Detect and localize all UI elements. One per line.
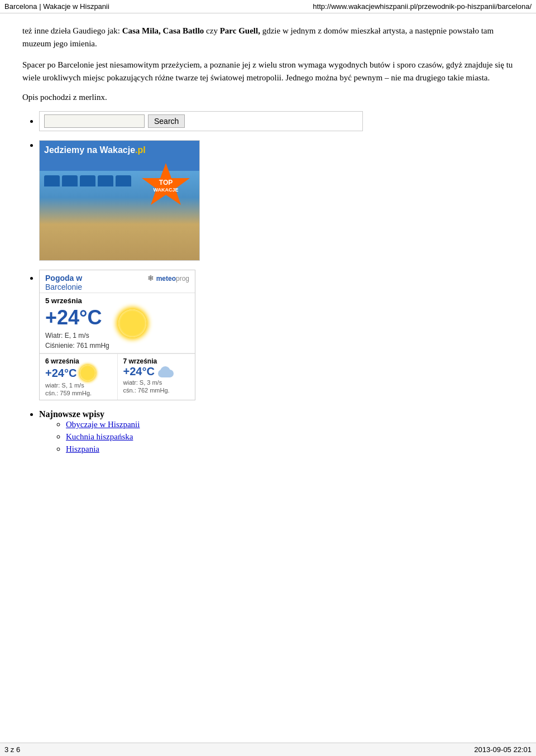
forecast-temp-2: +24°C [123, 365, 155, 378]
list-item-weather: Pogoda w Barcelonie ❄ meteoprog 5 wrześn… [39, 270, 514, 400]
ad-banner[interactable]: Jedziemy na Wakacje.pl TOP WAKACJE [39, 140, 200, 261]
search-input[interactable] [44, 114, 145, 128]
search-button[interactable]: Search [148, 114, 185, 128]
chair [116, 175, 131, 186]
list-item-link-1: Obyczaje w Hiszpanii [66, 419, 514, 429]
sun-icon [118, 309, 146, 337]
weather-header: Pogoda w Barcelonie ❄ meteoprog [40, 270, 195, 293]
forecast-date-1: 6 września [45, 357, 112, 365]
svg-text:TOP: TOP [159, 179, 173, 186]
weather-today-date: 5 września [45, 296, 109, 305]
forecast-sun-icon [80, 365, 95, 381]
list-item-ad: Jedziemy na Wakacje.pl TOP WAKACJE [39, 140, 514, 261]
svg-text:WAKACJE: WAKACJE [153, 187, 178, 193]
forecast-pressure-1: cśn.: 759 mmHg. [45, 390, 112, 396]
search-widget: Search [39, 111, 363, 131]
forecast-day-2: 7 września +24°C wiatr: S, 3 m/s cśn.: 7… [118, 354, 195, 400]
weather-forecast: 6 września +24°C wiatr: S, 1 m/s cśn.: 7… [40, 353, 195, 400]
weather-city: Pogoda w [45, 274, 82, 283]
forecast-pressure-2: cśn.: 762 mmHg. [123, 387, 190, 394]
weather-today: 5 września +24°C Wiatr: E, 1 m/s Ciśnien… [40, 293, 195, 353]
sun-burst-icon: TOP WAKACJE [141, 160, 191, 210]
list-item-search: Search [39, 111, 514, 131]
najnowsze-title: Najnowsze wpisy [39, 409, 104, 419]
main-content: też inne dzieła Gaudiego jak: Casa Mila,… [0, 13, 536, 474]
najnowsze-list: Najnowsze wpisy Obyczaje w Hiszpanii Kuc… [39, 409, 514, 454]
forecast-temp-1: +24°C [45, 367, 76, 380]
top-bar-title: Barcelona | Wakacje w Hiszpanii [4, 2, 109, 11]
forecast-date-2: 7 września [123, 357, 190, 365]
origin-text: Opis pochodzi z merlinx. [22, 93, 514, 102]
najnowsze-list-item: Najnowsze wpisy Obyczaje w Hiszpanii Kuc… [39, 409, 514, 454]
weather-today-pressure: Ciśnienie: 761 mmHg [45, 342, 109, 350]
weather-widget: Pogoda w Barcelonie ❄ meteoprog 5 wrześn… [39, 270, 195, 400]
forecast-day-1: 6 września +24°C wiatr: S, 1 m/s cśn.: 7… [40, 354, 118, 400]
weather-today-info: 5 września +24°C Wiatr: E, 1 m/s Ciśnien… [45, 296, 109, 350]
sun-burst-container: TOP WAKACJE [141, 160, 191, 210]
paragraph-1: też inne dzieła Gaudiego jak: Casa Mila,… [22, 25, 514, 50]
forecast-wind-1: wiatr: S, 1 m/s [45, 382, 112, 389]
weather-today-temp: +24°C [45, 306, 109, 329]
weather-city-sub: Barcelonie [45, 283, 82, 291]
chair [98, 175, 113, 186]
najnowsze-section: Najnowsze wpisy Obyczaje w Hiszpanii Kuc… [22, 409, 514, 454]
link-kuchnia[interactable]: Kuchnia hiszpańska [66, 432, 133, 441]
ad-title: Jedziemy na Wakacje.pl [44, 145, 146, 155]
meteo-logo: ❄ meteoprog [147, 274, 189, 283]
chair [62, 175, 78, 186]
forecast-wind-2: wiatr: S, 3 m/s [123, 379, 190, 386]
chair [80, 175, 95, 186]
forecast-cloud-icon [157, 366, 175, 377]
top-bar: Barcelona | Wakacje w Hiszpanii http://w… [0, 0, 536, 13]
chair [44, 175, 60, 186]
list-item-link-3: Hiszpania [66, 444, 514, 454]
top-bar-url: http://www.wakacjewhiszpanii.pl/przewodn… [313, 2, 532, 11]
cloud-body [158, 370, 174, 377]
najnowsze-sub-list: Obyczaje w Hiszpanii Kuchnia hiszpańska … [66, 419, 514, 454]
weather-today-wind: Wiatr: E, 1 m/s [45, 332, 109, 339]
list-item-link-2: Kuchnia hiszpańska [66, 432, 514, 442]
main-list: Search Jedziemy na Wakacje.pl [39, 111, 514, 400]
link-obyczaje[interactable]: Obyczaje w Hiszpanii [66, 420, 140, 429]
paragraph-2: Spacer po Barcelonie jest niesamowitym p… [22, 59, 514, 84]
link-hiszpania[interactable]: Hiszpania [66, 444, 99, 453]
weather-city-block: Pogoda w Barcelonie [45, 274, 82, 291]
